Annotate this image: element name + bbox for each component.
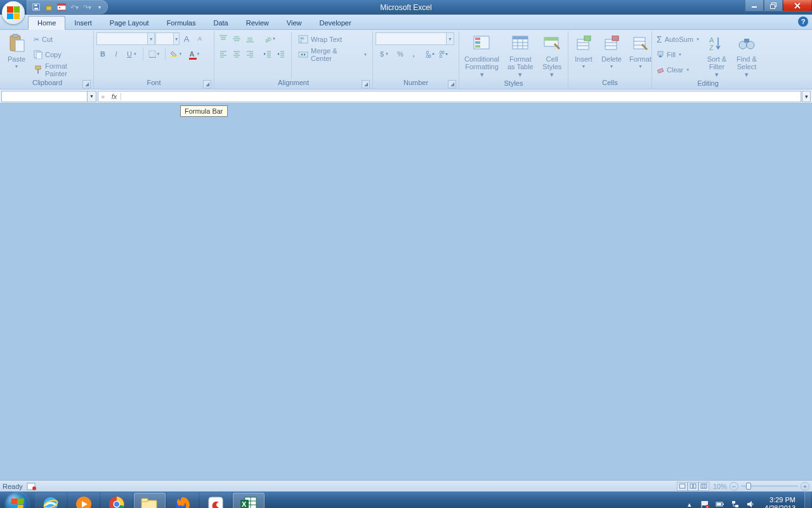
font-dialog-launcher[interactable]: ◢ xyxy=(203,80,211,88)
tray-flag-icon[interactable]: × xyxy=(700,499,710,508)
increase-decimal-button[interactable]: .0.00 xyxy=(424,48,436,60)
tray-power-icon[interactable] xyxy=(715,499,725,508)
tab-view[interactable]: View xyxy=(278,17,311,29)
lock-icon[interactable] xyxy=(44,3,53,11)
grow-font-button[interactable]: A xyxy=(180,32,193,45)
taskbar-chrome[interactable] xyxy=(101,493,133,508)
cell-styles-button[interactable]: CellStyles ▾ xyxy=(539,32,565,79)
expand-formula-bar-button[interactable]: ▾ xyxy=(802,91,811,102)
comma-button[interactable]: , xyxy=(407,48,420,60)
find-select-button[interactable]: Find &Select ▾ xyxy=(732,32,761,79)
minimize-button[interactable] xyxy=(745,0,764,11)
cancel-formula-icon[interactable]: ● xyxy=(101,93,105,100)
zoom-slider[interactable] xyxy=(741,485,798,487)
alignment-dialog-launcher[interactable]: ◢ xyxy=(362,80,370,88)
svg-rect-82 xyxy=(658,69,664,73)
orientation-button[interactable]: ab▼ xyxy=(261,32,279,45)
delete-cells-button[interactable]: Delete▼ xyxy=(599,32,624,72)
taskbar-excel[interactable]: X xyxy=(233,493,265,508)
office-button[interactable] xyxy=(2,1,25,24)
page-break-view-button[interactable] xyxy=(698,482,709,491)
format-as-table-button[interactable]: Formatas Table ▾ xyxy=(504,32,537,79)
font-color-button[interactable]: A▼ xyxy=(186,48,204,60)
wrap-text-button[interactable]: abcWrap Text xyxy=(296,32,370,46)
percent-button[interactable]: % xyxy=(394,48,407,60)
zoom-out-button[interactable]: − xyxy=(730,482,738,491)
calendar-icon[interactable] xyxy=(57,3,66,11)
align-left-button[interactable] xyxy=(217,48,230,60)
font-name-combo[interactable]: ▼ xyxy=(96,32,155,45)
align-top-button[interactable] xyxy=(217,32,230,45)
decrease-indent-button[interactable] xyxy=(261,48,274,60)
formula-input[interactable]: ● fx xyxy=(98,91,801,102)
start-button[interactable] xyxy=(0,491,34,508)
taskbar-firefox[interactable] xyxy=(167,493,199,508)
tab-insert[interactable]: Insert xyxy=(65,17,101,29)
taskbar-ie[interactable] xyxy=(35,493,67,508)
fill-color-button[interactable]: ▼ xyxy=(167,48,185,60)
borders-button[interactable]: ▼ xyxy=(145,48,163,60)
conditional-formatting-button[interactable]: ConditionalFormatting ▾ xyxy=(462,32,502,79)
macro-record-button[interactable] xyxy=(27,482,41,491)
svg-rect-120 xyxy=(732,501,735,504)
restore-button[interactable] xyxy=(764,0,783,11)
tray-show-hidden-icon[interactable]: ▴ xyxy=(684,499,695,508)
decrease-decimal-button[interactable]: .00.0 xyxy=(437,48,450,60)
page-layout-view-button[interactable] xyxy=(688,482,698,491)
chevron-down-icon[interactable]: ▼ xyxy=(147,33,154,44)
tab-page-layout[interactable]: Page Layout xyxy=(101,17,158,29)
number-format-combo[interactable]: ▼ xyxy=(376,32,454,45)
sort-filter-button[interactable]: AZSort &Filter ▾ xyxy=(704,32,730,79)
chevron-down-icon[interactable]: ▼ xyxy=(87,91,96,102)
taskbar-explorer[interactable] xyxy=(134,493,166,508)
taskbar-wmp[interactable] xyxy=(68,493,100,508)
show-desktop-button[interactable] xyxy=(804,491,811,508)
format-cells-button[interactable]: Format▼ xyxy=(627,32,654,72)
italic-button[interactable]: I xyxy=(110,48,122,60)
insert-cells-button[interactable]: Insert▼ xyxy=(571,32,596,72)
fill-button[interactable]: Fill▼ xyxy=(655,48,702,62)
zoom-in-button[interactable]: + xyxy=(801,482,809,491)
tab-data[interactable]: Data xyxy=(204,17,237,29)
normal-view-button[interactable] xyxy=(677,482,688,491)
autosum-button[interactable]: ΣAutoSum▼ xyxy=(655,32,702,46)
tray-volume-icon[interactable] xyxy=(745,499,756,508)
tray-network-icon[interactable] xyxy=(730,499,740,508)
chevron-down-icon[interactable]: ▼ xyxy=(446,33,454,44)
number-dialog-launcher[interactable]: ◢ xyxy=(448,80,456,88)
undo-icon[interactable]: ↶▾ xyxy=(70,3,79,11)
paste-button[interactable]: Paste ▼ xyxy=(4,32,29,72)
copy-button[interactable]: Copy xyxy=(32,48,91,62)
save-icon[interactable] xyxy=(32,3,41,11)
clear-button[interactable]: Clear▼ xyxy=(655,63,702,77)
shrink-font-button[interactable]: A xyxy=(193,32,206,45)
taskbar-app-red[interactable] xyxy=(200,493,232,508)
qat-customize-icon[interactable]: ▾ xyxy=(95,3,104,11)
cut-button[interactable]: ✂Cut xyxy=(32,32,91,46)
help-button[interactable]: ? xyxy=(798,17,808,27)
taskbar-clock[interactable]: 3:29 PM 4/28/2013 xyxy=(761,496,799,508)
fx-icon[interactable]: fx xyxy=(108,93,122,100)
align-bottom-button[interactable] xyxy=(244,32,256,45)
svg-rect-119 xyxy=(717,503,721,505)
close-button[interactable] xyxy=(783,0,812,11)
bold-button[interactable]: B xyxy=(96,48,109,60)
name-box[interactable]: ▼ xyxy=(1,91,96,102)
tab-home[interactable]: Home xyxy=(28,16,65,30)
redo-icon[interactable]: ↷▾ xyxy=(82,3,91,11)
tab-formulas[interactable]: Formulas xyxy=(158,17,205,29)
underline-button[interactable]: U▼ xyxy=(123,48,141,60)
align-center-button[interactable] xyxy=(230,48,243,60)
merge-center-button[interactable]: Merge & Center▼ xyxy=(296,48,370,62)
clipboard-dialog-launcher[interactable]: ◢ xyxy=(82,80,91,88)
increase-indent-button[interactable] xyxy=(275,48,287,60)
tab-review[interactable]: Review xyxy=(237,17,278,29)
format-painter-button[interactable]: Format Painter xyxy=(32,63,91,77)
accounting-format-button[interactable]: $▼ xyxy=(376,48,393,60)
chevron-down-icon[interactable]: ▼ xyxy=(173,33,179,44)
zoom-level[interactable]: 10% xyxy=(713,483,727,490)
font-size-combo[interactable]: ▼ xyxy=(155,32,180,45)
align-right-button[interactable] xyxy=(244,48,256,60)
align-middle-button[interactable] xyxy=(230,32,243,45)
tab-developer[interactable]: Developer xyxy=(310,17,360,29)
